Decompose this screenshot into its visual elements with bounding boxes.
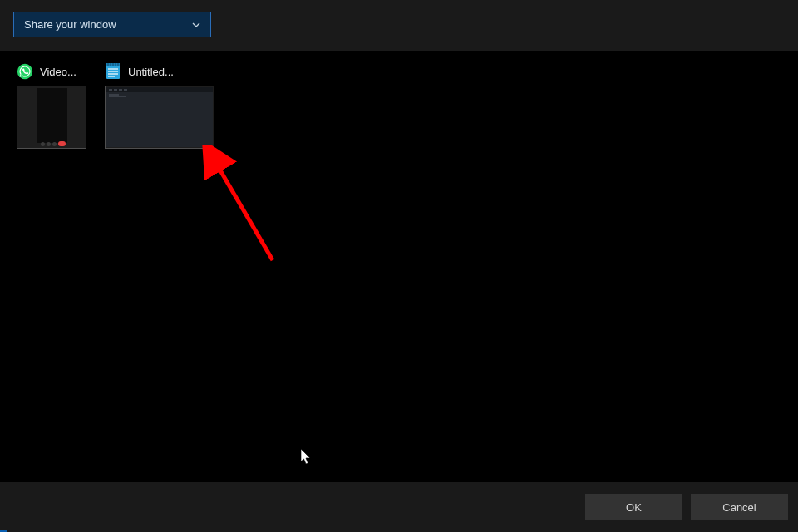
cancel-button[interactable]: Cancel xyxy=(691,494,788,520)
option-header: Video... xyxy=(17,62,86,81)
header-bar: Share your window xyxy=(0,0,798,51)
whatsapp-icon xyxy=(17,63,33,80)
cursor-icon xyxy=(301,449,313,468)
dropdown-label: Share your window xyxy=(24,18,116,31)
option-label: Untitled... xyxy=(128,66,174,78)
notepad-icon xyxy=(105,63,121,80)
window-grid: Video... xyxy=(0,51,798,160)
chevron-down-icon xyxy=(192,21,200,29)
accent-mark xyxy=(22,165,33,165)
window-thumbnail xyxy=(105,86,214,149)
ok-button[interactable]: OK xyxy=(585,494,682,520)
window-option-video[interactable]: Video... xyxy=(17,62,86,149)
option-header: Untitled... xyxy=(105,62,214,81)
footer-bar: OK Cancel xyxy=(0,482,798,532)
window-option-untitled[interactable]: Untitled... xyxy=(105,62,214,149)
share-mode-dropdown[interactable]: Share your window xyxy=(13,12,211,37)
window-thumbnail xyxy=(17,86,86,149)
option-label: Video... xyxy=(40,66,76,78)
svg-line-13 xyxy=(214,160,273,260)
annotation-arrow-icon xyxy=(200,145,291,281)
